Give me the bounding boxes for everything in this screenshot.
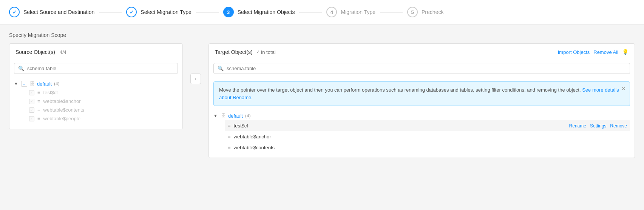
source-item-2-icon: ≡ xyxy=(37,107,40,113)
target-panel-count: 4 in total xyxy=(257,49,275,55)
source-db-icon: 🗄 xyxy=(29,81,35,87)
target-panel-actions: Import Objects Remove All 💡 xyxy=(558,49,629,55)
source-item-2[interactable]: ✓ ≡ webtable$contents xyxy=(29,106,178,114)
step-5-circle: 5 xyxy=(407,7,418,17)
step-1-circle: ✓ xyxy=(9,7,20,17)
step-3-label: Select Migration Objects xyxy=(238,9,295,15)
source-item-1[interactable]: ✓ ≡ webtable$anchor xyxy=(29,97,178,106)
target-item-1[interactable]: ≡ webtable$anchor xyxy=(225,131,630,142)
source-tree-items: ✓ ≡ test$cf ✓ ≡ webtable$anchor ✓ ≡ xyxy=(14,88,178,123)
source-panel-title-group: Source Object(s) 4/4 xyxy=(15,49,66,55)
step-1[interactable]: ✓ Select Source and Destination xyxy=(9,7,94,17)
source-item-2-name: webtable$contents xyxy=(43,107,84,113)
target-item-2[interactable]: ≡ webtable$contents xyxy=(225,142,630,153)
step-5-label: Precheck xyxy=(422,9,443,15)
source-group-arrow: ▼ xyxy=(14,81,18,86)
source-group-count: (4) xyxy=(54,81,60,86)
source-group-header[interactable]: ▼ – 🗄 default (4) xyxy=(14,79,178,88)
step-1-label: Select Source and Destination xyxy=(23,9,94,15)
source-item-3[interactable]: ✓ ≡ webtable$people xyxy=(29,114,178,123)
source-tree: ▼ – 🗄 default (4) ✓ ≡ test$cf ✓ xyxy=(9,78,182,129)
import-objects-button[interactable]: Import Objects xyxy=(558,49,590,55)
target-group-arrow: ▼ xyxy=(213,113,218,118)
info-close-button[interactable]: ✕ xyxy=(621,86,626,92)
remove-button-0[interactable]: Remove xyxy=(610,123,627,129)
target-panel: Target Object(s) 4 in total Import Objec… xyxy=(208,43,635,158)
transfer-arrow-container: › xyxy=(189,43,202,84)
target-tree: ▼ 🗄 default (4) ≡ test$cf Rename Setting… xyxy=(209,110,635,158)
target-db-icon: 🗄 xyxy=(221,113,226,119)
step-3-circle: 3 xyxy=(223,7,234,17)
target-item-2-name: webtable$contents xyxy=(234,145,627,150)
step-5-number: 5 xyxy=(411,9,414,15)
step-3[interactable]: 3 Select Migration Objects xyxy=(223,7,295,17)
rename-button-0[interactable]: Rename xyxy=(569,123,586,129)
target-search-box[interactable]: 🔍 xyxy=(213,63,630,74)
source-item-3-name: webtable$people xyxy=(43,116,80,121)
source-item-3-icon: ≡ xyxy=(37,116,40,121)
info-text: Move the pointer over the target object … xyxy=(219,86,624,101)
target-title-group: Target Object(s) 4 in total xyxy=(215,49,276,55)
main-content: Specify Migration Scope Source Object(s)… xyxy=(0,25,644,166)
info-box: ✕ Move the pointer over the target objec… xyxy=(213,81,630,106)
target-search-input[interactable] xyxy=(227,66,626,71)
target-item-1-name: webtable$anchor xyxy=(234,134,627,139)
source-item-0-icon: ≡ xyxy=(37,90,40,95)
source-item-0[interactable]: ✓ ≡ test$cf xyxy=(29,88,178,97)
source-search-icon: 🔍 xyxy=(18,66,24,71)
step-1-checkmark: ✓ xyxy=(12,9,17,15)
source-group-checkbox[interactable]: – xyxy=(21,81,27,87)
target-item-0[interactable]: ≡ test$cf Rename Settings Remove xyxy=(225,120,630,131)
source-search-input[interactable] xyxy=(27,66,174,71)
step-4-label: Migration Type xyxy=(341,9,375,15)
step-separator-3 xyxy=(299,12,322,12)
target-search-icon: 🔍 xyxy=(218,66,224,71)
step-2[interactable]: ✓ Select Migration Type xyxy=(126,7,191,17)
source-panel-header: Source Object(s) 4/4 xyxy=(9,44,182,59)
source-group-name: default xyxy=(37,81,52,87)
transfer-arrow-button[interactable]: › xyxy=(190,74,201,84)
step-separator-1 xyxy=(99,12,122,12)
target-search-container: 🔍 xyxy=(209,59,635,78)
target-group-name: default xyxy=(228,113,243,119)
step-2-label: Select Migration Type xyxy=(141,9,191,15)
target-panel-title: Target Object(s) xyxy=(215,49,253,55)
steps-bar: ✓ Select Source and Destination ✓ Select… xyxy=(0,0,644,25)
source-item-0-check[interactable]: ✓ xyxy=(29,90,34,95)
panels: Source Object(s) 4/4 🔍 ▼ – 🗄 default xyxy=(9,43,635,158)
target-group-header[interactable]: ▼ 🗄 default (4) xyxy=(213,111,630,120)
source-search-container: 🔍 xyxy=(9,59,182,78)
target-item-0-name: test$cf xyxy=(234,123,566,129)
source-item-0-name: test$cf xyxy=(43,90,58,95)
target-item-1-icon: ≡ xyxy=(228,134,231,139)
step-2-circle: ✓ xyxy=(126,7,137,17)
target-item-0-actions: Rename Settings Remove xyxy=(569,123,627,129)
target-item-0-icon: ≡ xyxy=(228,123,231,129)
source-item-1-name: webtable$anchor xyxy=(43,98,81,104)
source-panel-count: 4/4 xyxy=(60,49,66,55)
step-separator-4 xyxy=(380,12,403,12)
scope-title: Specify Migration Scope xyxy=(9,32,635,38)
settings-button-0[interactable]: Settings xyxy=(590,123,606,129)
info-text-main: Move the pointer over the target object … xyxy=(219,87,581,93)
source-tree-group-default: ▼ – 🗄 default (4) ✓ ≡ test$cf ✓ xyxy=(14,79,178,123)
step-4-circle: 4 xyxy=(326,7,337,17)
step-3-number: 3 xyxy=(227,9,230,15)
step-4-number: 4 xyxy=(330,9,333,15)
source-item-1-check[interactable]: ✓ xyxy=(29,99,34,104)
remove-all-button[interactable]: Remove All xyxy=(593,49,618,55)
source-search-box[interactable]: 🔍 xyxy=(14,63,178,74)
source-item-2-check[interactable]: ✓ xyxy=(29,107,34,113)
right-arrow-icon: › xyxy=(195,76,196,81)
step-separator-2 xyxy=(196,12,219,12)
target-panel-header: Target Object(s) 4 in total Import Objec… xyxy=(209,44,635,59)
target-item-2-icon: ≡ xyxy=(228,145,231,150)
target-group-count: (4) xyxy=(245,113,251,118)
step-5[interactable]: 5 Precheck xyxy=(407,7,443,17)
step-4[interactable]: 4 Migration Type xyxy=(326,7,375,17)
source-item-1-icon: ≡ xyxy=(37,98,40,104)
source-item-3-check[interactable]: ✓ xyxy=(29,116,34,121)
source-panel: Source Object(s) 4/4 🔍 ▼ – 🗄 default xyxy=(9,43,183,129)
source-panel-title: Source Object(s) xyxy=(15,49,55,55)
target-tree-items: ≡ test$cf Rename Settings Remove ≡ webta… xyxy=(213,120,630,153)
